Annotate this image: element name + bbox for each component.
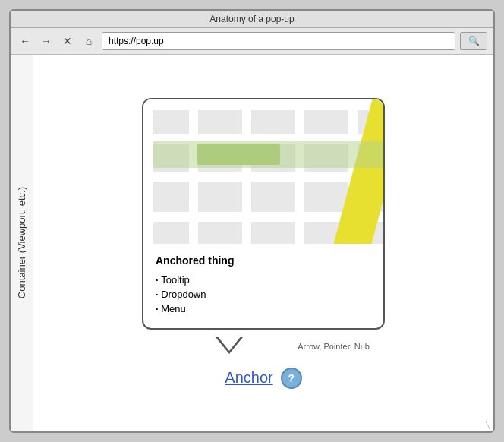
map-road [242, 99, 251, 244]
forward-button[interactable]: → [38, 33, 55, 49]
close-button[interactable]: ✕ [59, 33, 76, 49]
popup-body: Anchored thing Tooltip Dropdown Menu [143, 244, 383, 328]
back-button[interactable]: ← [17, 33, 33, 49]
page-title: Anatomy of a pop-up [209, 14, 294, 24]
map-area [143, 99, 383, 244]
popup-box: Anchored thing Tooltip Dropdown Menu [142, 98, 385, 330]
arrow-area: Arrow, Pointer, Nub [142, 337, 385, 354]
map-road [143, 172, 383, 182]
browser-window: Anatomy of a pop-up ← → ✕ ⌂ 🔍 Container … [9, 9, 495, 433]
address-input[interactable] [102, 32, 455, 50]
anchor-row: Anchor ? [225, 368, 301, 389]
green-road [153, 141, 383, 168]
title-bar: Anatomy of a pop-up [11, 11, 493, 28]
popup-arrow [216, 337, 243, 354]
anchor-link[interactable]: Anchor [225, 369, 272, 387]
map-road [189, 99, 198, 244]
main-content: Anchored thing Tooltip Dropdown Menu Arr… [33, 55, 493, 431]
map-road [143, 99, 383, 110]
sidebar-container-label: Container (Viewport, etc.) [11, 55, 33, 431]
help-button[interactable]: ? [281, 368, 302, 389]
resize-handle: ╲ [486, 421, 490, 430]
nav-bar: ← → ✕ ⌂ 🔍 [11, 28, 493, 55]
list-item-dropdown: Dropdown [156, 287, 371, 302]
list-item-tooltip: Tooltip [156, 273, 371, 287]
home-button[interactable]: ⌂ [80, 33, 97, 49]
arrow-label: Arrow, Pointer, Nub [298, 342, 370, 351]
search-button[interactable]: 🔍 [460, 32, 487, 50]
container-label-text: Container (Viewport, etc.) [16, 187, 27, 298]
list-item-menu: Menu [156, 302, 371, 316]
map-road [143, 99, 153, 244]
map-road [295, 99, 304, 244]
browser-content: Container (Viewport, etc.) [11, 55, 493, 431]
anchored-list: Tooltip Dropdown Menu [156, 273, 371, 316]
anchored-thing-title: Anchored thing [156, 254, 371, 267]
